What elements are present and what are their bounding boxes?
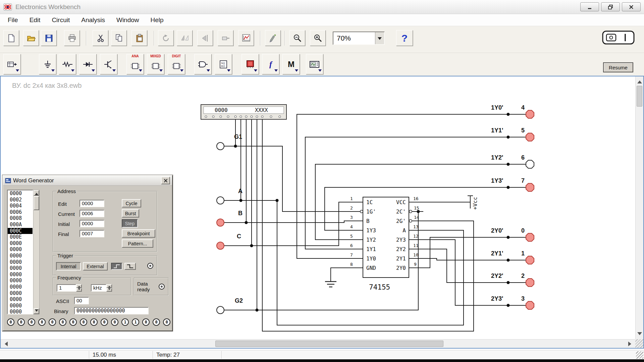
wg-terminal-7[interactable]: 0 bbox=[80, 318, 87, 326]
zoom-dropdown-button[interactable] bbox=[375, 32, 384, 44]
bin-favorites[interactable] bbox=[3, 54, 21, 74]
bin-dropdown-arrow[interactable] bbox=[295, 69, 298, 73]
open-button[interactable] bbox=[23, 30, 39, 46]
trigger-external-button[interactable]: External bbox=[83, 262, 108, 270]
bin-dropdown-arrow[interactable] bbox=[254, 69, 257, 73]
switch-g2[interactable] bbox=[217, 306, 224, 314]
bin-dropdown-arrow[interactable] bbox=[274, 69, 278, 73]
dialog-close-button[interactable] bbox=[161, 177, 170, 184]
list-scroll-down[interactable] bbox=[34, 308, 39, 314]
bin-sources[interactable] bbox=[39, 54, 56, 74]
new-button[interactable] bbox=[3, 30, 19, 46]
list-item[interactable]: 0008 bbox=[8, 215, 33, 222]
data-ready-terminal[interactable] bbox=[159, 284, 165, 290]
bin-diodes[interactable] bbox=[79, 54, 97, 74]
bin-logic-gates[interactable] bbox=[194, 54, 212, 74]
horizontal-scroll-thumb[interactable] bbox=[215, 341, 443, 347]
cut-button[interactable] bbox=[93, 30, 108, 46]
wg-terminal-12[interactable]: 1 bbox=[132, 318, 139, 326]
list-item[interactable]: 0000 bbox=[8, 278, 33, 284]
menu-help[interactable]: Help bbox=[145, 14, 169, 26]
wordgen-component[interactable]: 0000 XXXX bbox=[201, 105, 286, 119]
wg-terminal-6[interactable]: 0 bbox=[69, 318, 77, 326]
bin-dropdown-arrow[interactable] bbox=[159, 69, 163, 73]
bin-dropdown-arrow[interactable] bbox=[112, 69, 116, 73]
pattern-list[interactable]: 0000 0002 0004 0006 0008 000A 000C 000E … bbox=[7, 190, 33, 314]
breakpoint-button[interactable]: Breakpoint bbox=[122, 229, 155, 238]
list-item[interactable]: 0000 bbox=[8, 284, 33, 290]
frequency-spinner[interactable] bbox=[76, 284, 82, 292]
wg-terminal-5[interactable]: 0 bbox=[59, 318, 66, 326]
zoom-out-button[interactable] bbox=[289, 30, 305, 46]
bin-mixed-ics[interactable]: MIXED bbox=[147, 54, 164, 74]
switch-a[interactable] bbox=[217, 197, 224, 204]
step-button[interactable]: Step bbox=[122, 219, 138, 228]
wg-terminal-15[interactable]: 0 bbox=[163, 318, 170, 326]
display-graphs-button[interactable] bbox=[238, 30, 254, 46]
list-item[interactable]: 0000 bbox=[8, 240, 33, 247]
bin-digital-ics[interactable]: DIGIT bbox=[168, 54, 185, 74]
bin-dropdown-arrow[interactable] bbox=[16, 69, 19, 73]
list-item[interactable]: 000E bbox=[8, 234, 33, 240]
switch-c[interactable] bbox=[217, 242, 224, 249]
zoom-in-button[interactable] bbox=[310, 30, 326, 46]
list-item[interactable]: 0000 bbox=[8, 246, 33, 253]
scroll-down-arrow[interactable] bbox=[636, 331, 643, 339]
bin-dropdown-arrow[interactable] bbox=[180, 69, 183, 73]
list-item[interactable]: 0000 bbox=[8, 309, 33, 314]
menu-circuit[interactable]: Circuit bbox=[46, 14, 75, 26]
list-scroll-thumb[interactable] bbox=[34, 196, 39, 210]
bin-basic[interactable] bbox=[59, 54, 76, 74]
burst-button[interactable]: Burst bbox=[122, 209, 139, 218]
input-switches[interactable]: G1 A B C G2 bbox=[217, 133, 243, 314]
flip-vertical-button[interactable] bbox=[177, 30, 193, 46]
list-item[interactable]: 0000 bbox=[8, 259, 33, 265]
dialog-title-bar[interactable]: Word Generator bbox=[3, 176, 172, 186]
list-item[interactable]: 0004 bbox=[8, 203, 33, 209]
component-properties-button[interactable] bbox=[265, 30, 281, 46]
bin-dropdown-arrow[interactable] bbox=[207, 69, 210, 73]
vertical-scrollbar[interactable] bbox=[635, 76, 643, 339]
trigger-internal-button[interactable]: Internal bbox=[56, 262, 81, 270]
scroll-left-arrow[interactable] bbox=[1, 340, 9, 348]
vertical-scroll-thumb[interactable] bbox=[637, 86, 642, 107]
title-bar[interactable]: Electronics Workbench bbox=[0, 0, 644, 14]
list-item-selected[interactable]: 000C bbox=[8, 228, 33, 234]
list-item[interactable]: 0000 bbox=[8, 190, 33, 197]
menu-file[interactable]: File bbox=[2, 14, 24, 26]
bin-dropdown-arrow[interactable] bbox=[92, 69, 95, 73]
wg-terminal-0[interactable]: 0 bbox=[7, 318, 14, 326]
ic-74155[interactable]: 1 2 3 4 5 6 7 8 16 15 14 13 bbox=[350, 196, 423, 291]
list-item[interactable]: 0000 bbox=[8, 253, 33, 259]
binary-field[interactable]: 0000000000000000 bbox=[74, 307, 149, 314]
switch-g1[interactable] bbox=[217, 142, 224, 150]
wg-terminal-3[interactable]: 0 bbox=[38, 318, 46, 326]
resume-button[interactable]: Resume bbox=[603, 62, 633, 72]
wg-terminal-1[interactable]: 0 bbox=[17, 318, 25, 326]
bin-controls[interactable]: M bbox=[282, 54, 300, 74]
list-item[interactable]: 0000 bbox=[8, 272, 33, 278]
wg-terminal-11[interactable]: 1 bbox=[121, 318, 129, 326]
bin-instruments[interactable] bbox=[306, 54, 323, 74]
scroll-right-arrow[interactable] bbox=[627, 340, 635, 348]
rotate-button[interactable] bbox=[158, 30, 174, 46]
wg-terminal-10[interactable]: 0 bbox=[111, 318, 118, 326]
bin-dropdown-arrow[interactable] bbox=[227, 69, 230, 73]
frequency-unit-spinner[interactable] bbox=[106, 284, 112, 292]
bin-dropdown-arrow[interactable] bbox=[318, 69, 322, 73]
list-scroll-up[interactable] bbox=[34, 190, 39, 196]
paste-button[interactable] bbox=[131, 30, 147, 46]
menu-window[interactable]: Window bbox=[111, 14, 145, 26]
trigger-rising-edge-button[interactable] bbox=[111, 263, 122, 270]
current-address-field[interactable]: 0006 bbox=[79, 210, 104, 217]
list-item[interactable]: 0000 bbox=[8, 265, 33, 272]
horizontal-scrollbar[interactable] bbox=[1, 339, 635, 348]
minimize-button[interactable] bbox=[580, 2, 599, 11]
list-item[interactable]: 0002 bbox=[8, 197, 33, 203]
wg-terminal-13[interactable]: 0 bbox=[142, 318, 150, 326]
save-button[interactable] bbox=[41, 30, 57, 46]
resize-grip[interactable] bbox=[635, 339, 643, 348]
create-subcircuit-button[interactable] bbox=[218, 30, 233, 46]
list-item[interactable]: 000A bbox=[8, 222, 33, 228]
switch-b[interactable] bbox=[217, 219, 224, 226]
